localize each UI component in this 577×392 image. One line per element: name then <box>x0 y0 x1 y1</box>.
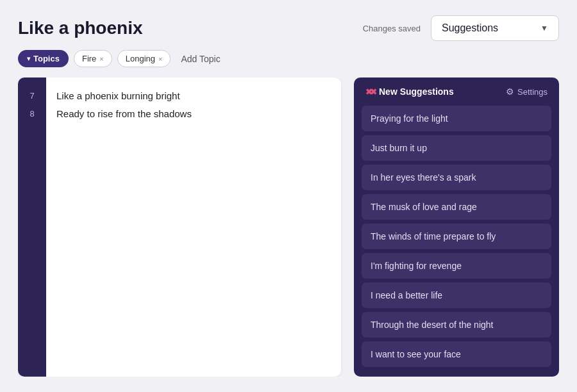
topics-btn-label: Topics <box>33 54 60 63</box>
editor-panel: 7 8 Like a phoenix burning bright Ready … <box>18 78 341 377</box>
suggestion-item-0[interactable]: Praying for the light <box>362 106 551 131</box>
tag-longing-close[interactable]: × <box>158 55 162 63</box>
suggestions-header: ✖✖ New Suggestions ⚙ Settings <box>354 78 559 106</box>
suggestion-item-1[interactable]: Just burn it up <box>362 135 551 161</box>
tag-longing[interactable]: Longing × <box>117 50 171 67</box>
status-badge: Changes saved <box>363 24 421 33</box>
settings-label-text: Settings <box>517 87 548 97</box>
settings-button[interactable]: ⚙ Settings <box>506 86 548 97</box>
page: Like a phoenix Changes saved Suggestions… <box>0 0 577 392</box>
tag-fire-label: Fire <box>82 54 96 63</box>
tag-fire[interactable]: Fire × <box>74 50 112 67</box>
toolbar: ▾ Topics Fire × Longing × Add Topic <box>18 50 559 67</box>
sparkle-icon: ✖✖ <box>365 87 374 97</box>
editor-line-8: Ready to rise from the shadows <box>56 104 331 122</box>
tag-fire-close[interactable]: × <box>99 55 103 63</box>
main-content: 7 8 Like a phoenix burning bright Ready … <box>18 78 559 377</box>
dropdown-label: Suggestions <box>442 22 498 34</box>
header: Like a phoenix Changes saved Suggestions… <box>18 15 559 41</box>
page-title: Like a phoenix <box>18 18 143 38</box>
add-topic-button[interactable]: Add Topic <box>176 51 225 67</box>
gear-icon: ⚙ <box>506 86 514 97</box>
line-numbers: 7 8 <box>18 78 46 377</box>
suggestions-list: Praying for the light Just burn it up In… <box>354 106 559 377</box>
chevron-down-icon: ▼ <box>540 24 548 33</box>
suggestion-item-8[interactable]: I want to see your face <box>362 341 551 367</box>
suggestion-item-2[interactable]: In her eyes there's a spark <box>362 165 551 190</box>
new-suggestions-text: New Suggestions <box>379 86 454 97</box>
suggestions-panel: ✖✖ New Suggestions ⚙ Settings Praying fo… <box>354 78 559 377</box>
suggestion-item-7[interactable]: Through the desert of the night <box>362 312 551 338</box>
new-suggestions-label: ✖✖ New Suggestions <box>365 86 454 97</box>
tag-longing-label: Longing <box>126 54 155 63</box>
suggestion-item-5[interactable]: I'm fighting for revenge <box>362 253 551 279</box>
line-number-8: 8 <box>18 104 46 122</box>
editor-line-7: Like a phoenix burning bright <box>56 86 331 104</box>
suggestion-item-4[interactable]: The winds of time prepare to fly <box>362 224 551 249</box>
suggestion-item-6[interactable]: I need a better life <box>362 282 551 308</box>
editor-content[interactable]: Like a phoenix burning bright Ready to r… <box>46 78 341 377</box>
suggestion-item-3[interactable]: The musk of love and rage <box>362 194 551 220</box>
header-right: Changes saved Suggestions ▼ <box>363 15 559 41</box>
line-number-7: 7 <box>18 86 46 104</box>
suggestions-dropdown[interactable]: Suggestions ▼ <box>431 15 559 41</box>
chevron-down-icon: ▾ <box>27 55 30 62</box>
topics-button[interactable]: ▾ Topics <box>18 50 69 67</box>
